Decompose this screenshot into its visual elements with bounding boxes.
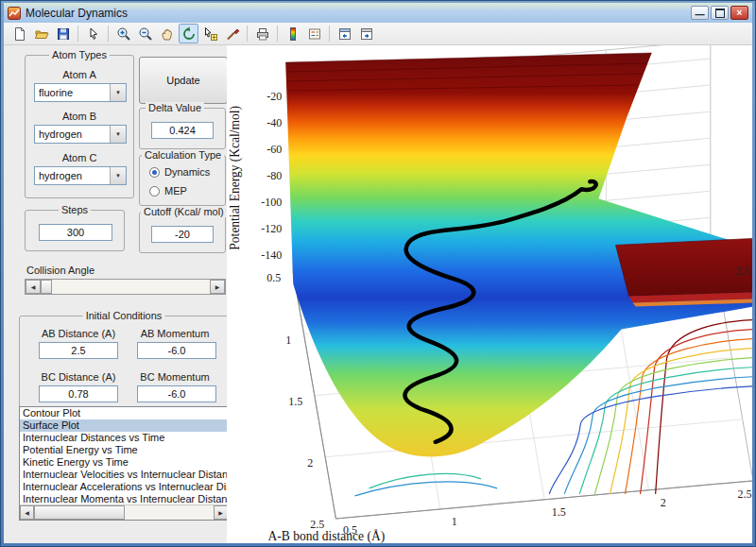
list-item[interactable]: Internuclear Velocities vs Internuclear … [20,469,228,481]
steps-input[interactable]: 300 [39,224,112,241]
insert-legend-icon[interactable] [304,24,324,43]
close-button[interactable]: × [730,6,748,20]
z-tick: -80 [266,169,282,182]
slider-thumb[interactable] [41,280,52,294]
edit-plot-pointer-icon[interactable] [83,24,103,43]
slider-right-arrow-icon[interactable]: ▶ [210,280,225,294]
dropdown-arrow-icon[interactable]: ▼ [110,84,126,101]
insert-colorbar-icon[interactable] [283,24,302,43]
steps-title: Steps [59,204,91,215]
toolbar-separator [247,26,248,42]
brush-data-icon[interactable] [222,24,242,43]
y-tick: 0.5 [266,271,281,284]
cutoff-input[interactable]: -20 [151,226,214,243]
dropdown-arrow-icon[interactable]: ▼ [110,126,126,143]
list-item-selected[interactable]: Surface Plot [20,419,228,432]
bc-distance-input[interactable]: 0.78 [39,385,118,402]
show-plot-tools-icon[interactable] [356,24,376,43]
x-tick: 2 [661,496,666,509]
delta-value-title: Delta Value [146,102,204,113]
dropdown-arrow-icon[interactable]: ▼ [110,167,126,184]
y-max-tick: 2.5 [735,265,749,278]
ab-momentum-label: AB Momentum [128,328,222,339]
delta-value-input[interactable]: 0.424 [151,122,214,139]
y-tick: 1.5 [288,395,302,408]
list-item[interactable]: Internuclear Distances vs Time [20,432,228,444]
surface-plot-svg: -20 -40 -60 -80 -100 -120 -140 0.5 1 1.5… [227,45,752,543]
radio-unselected-icon[interactable] [149,186,160,197]
surface-plot-canvas[interactable]: -20 -40 -60 -80 -100 -120 -140 0.5 1 1.5… [227,45,752,543]
hide-plot-tools-icon[interactable] [335,24,354,43]
bc-momentum-input[interactable]: -6.0 [137,385,216,402]
cutoff-title: Cutoff (Kcal/ mol) [141,206,227,217]
radio-selected-icon[interactable] [149,167,160,178]
list-item[interactable]: Kinetic Energy vs Time [20,456,228,469]
z-tick: -60 [266,143,282,156]
scroll-right-arrow-icon[interactable]: ▶ [214,505,228,520]
scrollbar-thumb[interactable] [34,505,125,520]
save-icon[interactable] [53,24,73,43]
toolbar-separator [329,26,330,42]
pan-hand-icon[interactable] [157,24,177,43]
list-item[interactable]: Internuclear Accelerations vs Internucle… [20,481,228,493]
toolbar-separator [277,26,278,42]
ab-distance-label: AB Distance (A) [29,328,128,339]
toolbar-separator [108,26,109,42]
atom-a-value: fluorine [39,87,73,98]
z-axis-title: Potential Energy (Kcal/mol) [228,106,243,250]
list-item[interactable]: Contour Plot [20,407,228,419]
list-item[interactable]: Potential Energy vs Time [20,444,228,456]
z-tick: -120 [261,222,282,235]
atom-types-title: Atom Types [49,49,110,60]
collision-angle-slider[interactable]: ◀ ▶ [25,279,226,295]
z-tick: -20 [266,90,282,103]
x-tick: 1.5 [552,505,566,519]
slider-left-arrow-icon[interactable]: ◀ [26,280,41,294]
calculation-type-group: Calculation Type Dynamics MEP [139,155,226,206]
listbox-horizontal-scrollbar[interactable]: ◀ ▶ [20,504,228,520]
calculation-type-title: Calculation Type [142,149,224,161]
collision-angle-label: Collision Angle [26,265,94,276]
ab-momentum-input[interactable]: -6.0 [137,342,216,359]
title-bar[interactable]: Molecular Dynamics — × [4,3,752,23]
z-tick: -100 [261,196,282,209]
delta-value-group: Delta Value 0.424 [139,108,226,149]
y-tick: 2 [307,456,313,470]
x-axis-title: A-B bond distance (Å) [268,529,386,543]
initial-conditions-title: Initial Conditions [83,310,165,321]
window-title: Molecular Dynamics [26,7,689,20]
maximize-button[interactable] [711,6,729,20]
x-tick: 1 [452,515,457,528]
open-file-icon[interactable] [31,24,51,43]
zoom-out-icon[interactable] [135,24,155,43]
toolbar-separator [77,26,78,42]
dynamics-radio[interactable]: Dynamics [149,166,210,178]
zoom-in-icon[interactable] [113,24,133,43]
atom-c-label: Atom C [26,152,133,163]
y-tick: 1 [285,333,291,347]
ab-distance-input[interactable]: 2.5 [39,342,118,359]
mep-radio[interactable]: MEP [149,185,187,197]
print-icon[interactable] [252,24,272,43]
figure-toolbar [4,23,752,45]
atom-a-dropdown[interactable]: fluorine ▼ [34,83,127,102]
plot-type-listbox[interactable]: Contour Plot Surface Plot Internuclear D… [19,406,229,521]
maximize-icon [715,9,725,18]
atom-c-dropdown[interactable]: hydrogen ▼ [34,166,127,185]
rotate-3d-icon[interactable] [179,24,198,43]
app-window: Molecular Dynamics — × [0,0,756,547]
bc-distance-label: BC Distance (A) [29,371,128,383]
minimize-button[interactable]: — [691,6,709,20]
new-file-icon[interactable] [9,24,29,43]
data-cursor-icon[interactable] [200,24,220,43]
atom-c-value: hydrogen [39,170,82,181]
cutoff-group: Cutoff (Kcal/ mol) -20 [139,212,226,253]
surface-ridge [615,238,752,306]
app-icon [8,7,21,20]
z-tick: -140 [261,248,282,262]
atom-types-group: Atom Types Atom A fluorine ▼ Atom B hydr… [25,55,134,198]
dynamics-radio-label: Dynamics [164,166,210,178]
update-button[interactable]: Update [139,57,228,104]
scroll-left-arrow-icon[interactable]: ◀ [20,505,34,520]
atom-b-dropdown[interactable]: hydrogen ▼ [34,125,127,144]
